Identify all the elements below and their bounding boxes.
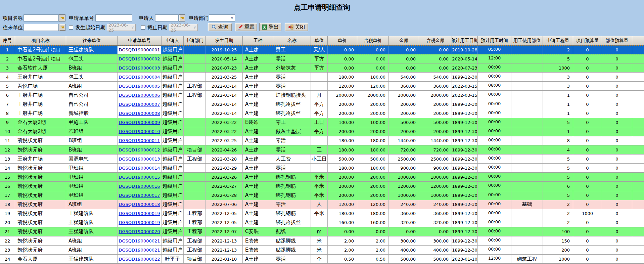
column-header-1[interactable]: 序号 <box>0 36 15 45</box>
column-header-13[interactable]: 金额 <box>389 36 419 45</box>
table-row-14[interactable]: 14凯悦状元府甲班组DGSQD190000014超级用户2022-03-29A土… <box>0 164 644 173</box>
start-date-picker[interactable]: 2023-06-25 ∨ <box>107 24 136 31</box>
table-row-19[interactable]: 19凯悦状元府王猛建筑队DGSQD190000019超级用户工程部2022-12… <box>0 209 644 218</box>
order-no-link[interactable]: DGSQD190000019 <box>118 209 162 218</box>
column-header-3[interactable]: 往来单位 <box>66 36 118 45</box>
table-row-1[interactable]: 1中石油2号油库项目王猛建筑队DGSQD190000001超级用户2019-10… <box>0 45 644 54</box>
project-name-input[interactable] <box>24 14 59 21</box>
order-no-link[interactable]: DGSQD190000001 <box>118 46 162 54</box>
order-no-link[interactable]: DGSQD190000018 <box>118 200 162 209</box>
table-row-8[interactable]: 8王府井广场新城控股DGSQD190000008超级用户2022-03-14A土… <box>0 109 644 118</box>
cell: 超级用户 <box>162 173 184 181</box>
cell: 0 <box>602 63 632 72</box>
order-no-link[interactable]: DGSQD190000003 <box>118 63 162 72</box>
order-no-link[interactable]: DGSQD190000009 <box>118 118 162 127</box>
order-no-link[interactable]: DGSQD190000016 <box>118 182 162 190</box>
column-header-4[interactable]: 申请单单号 <box>118 36 162 45</box>
column-header-15[interactable]: 预计用工日期 <box>452 36 478 45</box>
table-row-21[interactable]: 21凯悦状元府王猛建筑队DGSQD190000020超级用户工程部2022-12… <box>0 227 644 236</box>
table-row-18[interactable]: 18凯悦状元府A班组DGSQD190000018超级用户2022-07-06A土… <box>0 200 644 209</box>
order-no-link[interactable]: DGSQD190000020 <box>118 227 162 236</box>
cell: 超级用户 <box>162 73 184 81</box>
cell: 540.00 <box>419 73 452 81</box>
order-no-link[interactable]: DGSQD190000013 <box>118 155 162 163</box>
export-button[interactable]: X 导出 <box>259 23 281 31</box>
reset-button[interactable]: 重置 <box>235 23 257 31</box>
project-lookup-button[interactable]: ☚ <box>59 14 65 21</box>
cell: 工程部 <box>184 227 206 236</box>
cell <box>632 209 644 218</box>
order-no-link[interactable]: DGSQD190000004 <box>118 73 162 81</box>
order-no-link[interactable]: DGSQD190000015 <box>118 173 162 181</box>
end-date-checkbox[interactable] <box>141 25 145 30</box>
cell: 0.00 <box>357 54 389 63</box>
order-no-link[interactable]: DGSQD190000007 <box>118 100 162 109</box>
start-date-checkbox[interactable] <box>69 25 73 30</box>
cell: 120.00 <box>328 200 357 209</box>
table-row-20[interactable]: 20凯悦状元府王猛建筑队DGSQD190000019超级用户工程部2022-12… <box>0 218 644 227</box>
order-no-link[interactable]: DGSQD190000005 <box>118 82 162 90</box>
order-no-link[interactable]: DGSQD190000002 <box>118 54 162 63</box>
column-header-11[interactable]: 单价 <box>328 36 357 45</box>
query-button[interactable]: 查询 <box>208 23 232 31</box>
column-header-10[interactable]: 单位 <box>311 36 328 45</box>
table-row-11[interactable]: 11凯悦状元府B班组DGSQD190000011超级用户2022-03-25A土… <box>0 136 644 145</box>
cell: 1899-12-30 <box>452 246 478 254</box>
column-header-14[interactable]: 含税金额 <box>419 36 452 45</box>
column-header-6[interactable]: 申请部门 <box>184 36 206 45</box>
column-header-19[interactable]: 项目预算量 <box>573 36 602 45</box>
table-row-22[interactable]: 22凯悦状元府A班组DGSQD190000021超级用户工程部2022-12-1… <box>0 236 644 246</box>
table-row-6[interactable]: 6王府井广场自己公司DGSQD190000006超级用户工程部2022-03-1… <box>0 91 644 100</box>
table-row-9[interactable]: 9金石大厦2期甲施工队DGSQD190000009超级用户2022-03-22E… <box>0 118 644 127</box>
table-row-17[interactable]: 17凯悦状元府甲班组DGSQD190000017超级用户2022-03-28A土… <box>0 191 644 200</box>
apply-dept-select[interactable]: ∨ <box>209 14 235 21</box>
order-no-link[interactable]: DGSQD190000012 <box>118 145 162 154</box>
order-no-link[interactable]: DGSQD190000022 <box>118 255 162 263</box>
column-header-2[interactable]: 项目名称 <box>15 36 66 45</box>
column-header-9[interactable]: 名称 <box>273 36 311 45</box>
close-button[interactable]: 关闭 <box>285 23 308 31</box>
column-header-7[interactable]: 发生日期 <box>206 36 243 45</box>
table-row-16[interactable]: 16凯悦状元府甲班组DGSQD190000016超级用户2022-03-27A土… <box>0 182 644 191</box>
table-row-3[interactable]: 3金石软件大厦B班组DGSQD190000003超级用户2020-07-23A土… <box>0 63 644 73</box>
order-no-link[interactable]: DGSQD190000006 <box>118 91 162 99</box>
column-header-5[interactable]: 申请人 <box>162 36 184 45</box>
table-row-15[interactable]: 15凯悦状元府甲班组DGSQD190000015超级用户2022-03-26A土… <box>0 173 644 182</box>
cell: 14 <box>0 164 15 172</box>
cell: A土建 <box>243 46 273 54</box>
cell <box>184 164 206 172</box>
column-header-21[interactable]: 执行 <box>632 36 644 45</box>
table-row-23[interactable]: 23凯悦状元府A班组DGSQD190000021超级用户工程部2022-12-1… <box>0 246 644 255</box>
cell: 200.00 <box>419 100 452 109</box>
table-row-5[interactable]: 5吾悦广场A班组DGSQD190000005超级用户工程部2022-03-14A… <box>0 82 644 91</box>
order-no-link[interactable]: DGSQD190000010 <box>118 127 162 136</box>
cell: 180.00 <box>357 145 389 154</box>
table-row-2[interactable]: 2中石油2号油库项目包工头DGSQD190000002超级用户2020-05-1… <box>0 54 644 63</box>
table-row-7[interactable]: 7王府井广场自己公司DGSQD190000007超级用户2022-03-14A土… <box>0 100 644 109</box>
order-no-link[interactable]: DGSQD190000014 <box>118 164 162 172</box>
order-no-input[interactable] <box>95 14 132 21</box>
table-row-4[interactable]: 4王府井广场包工头DGSQD190000004超级用户2021-03-25A土建… <box>0 73 644 82</box>
column-header-17[interactable]: 用工使用部位 <box>511 36 543 45</box>
column-header-16[interactable]: 预计用工时间 <box>478 36 511 45</box>
column-header-18[interactable]: 申请工程量 <box>543 36 573 45</box>
order-no-link[interactable]: DGSQD190000017 <box>118 191 162 200</box>
counterparty-lookup-button[interactable]: ☚ <box>59 24 65 31</box>
end-date-picker[interactable]: 2023-06-25 ∨ <box>169 24 198 31</box>
order-no-link[interactable]: DGSQD190000011 <box>118 136 162 145</box>
counterparty-input[interactable] <box>24 24 59 31</box>
table-row-24[interactable]: 24金石大厦王猛建筑队DGSQD190000022叶平子项目部2023-01-1… <box>0 255 644 264</box>
order-no-link[interactable]: DGSQD190000008 <box>118 109 162 118</box>
order-no-link[interactable]: DGSQD190000021 <box>118 236 162 245</box>
applicant-lookup-button[interactable]: ☚ <box>179 14 185 21</box>
order-no-link[interactable]: DGSQD190000019 <box>118 218 162 227</box>
table-row-10[interactable]: 10金石大厦2期乙班组DGSQD190000010超级用户2022-03-22A… <box>0 127 644 136</box>
order-no-link[interactable]: DGSQD190000021 <box>118 246 162 254</box>
column-header-20[interactable]: 部位预算量 <box>602 36 632 45</box>
applicant-input[interactable] <box>155 14 179 21</box>
table-row-13[interactable]: 13王府井广场国源电气DGSQD190000013超级用户工程部2022-03-… <box>0 155 644 164</box>
column-header-8[interactable]: 工种 <box>243 36 273 45</box>
column-header-12[interactable]: 含税单价 <box>357 36 389 45</box>
table-row-12[interactable]: 12凯悦状元府B班组DGSQD190000012超级用户项目部2022-04-2… <box>0 145 644 155</box>
cell: 2000.00 <box>389 91 419 99</box>
